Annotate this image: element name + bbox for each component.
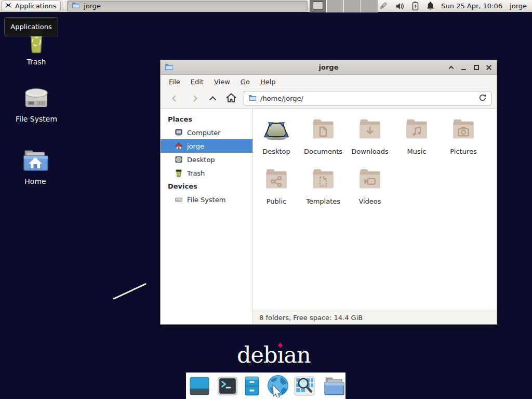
applications-tooltip-text: Applications xyxy=(10,23,51,31)
sidebar-item-label: Trash xyxy=(187,169,205,177)
desktop-icon-label: Trash xyxy=(27,58,46,66)
folder-item-documents[interactable]: Documents xyxy=(300,116,347,166)
folder-icon[interactable] xyxy=(323,376,345,396)
home-button[interactable] xyxy=(222,90,241,106)
sidebar-item-computer[interactable]: Computer xyxy=(161,126,252,139)
debian-logo-text: deb xyxy=(237,342,277,368)
devices-header: Devices xyxy=(161,180,252,193)
back-button[interactable] xyxy=(166,90,184,106)
up-button[interactable] xyxy=(203,90,222,106)
window-titlebar[interactable]: jorge xyxy=(161,60,497,75)
menu-edit[interactable]: Edit xyxy=(185,76,209,87)
workspace-2[interactable] xyxy=(327,0,344,12)
reload-icon[interactable] xyxy=(478,94,487,103)
debian-logo: debıan xyxy=(237,342,311,368)
workspace-window-preview xyxy=(313,2,323,9)
forward-button[interactable] xyxy=(184,90,203,106)
desktop-surface-icon xyxy=(263,116,290,144)
maximize-button[interactable] xyxy=(472,63,480,71)
desktop-icon-file-system[interactable]: File System xyxy=(8,85,65,123)
menu-view[interactable]: View xyxy=(209,76,235,87)
peripheral-icon[interactable] xyxy=(378,1,388,11)
folder-icon xyxy=(248,94,257,103)
shade-button[interactable] xyxy=(447,63,455,71)
folder-item-public[interactable]: Public xyxy=(253,166,300,216)
taskbar-window-button[interactable]: jorge xyxy=(67,1,308,11)
folder-item-label: Music xyxy=(407,148,427,155)
folder-icon xyxy=(72,2,80,10)
cursor-trail-line xyxy=(113,283,147,300)
file-cabinet-icon[interactable] xyxy=(242,376,262,396)
workspace-4[interactable] xyxy=(361,0,378,12)
folder-icon xyxy=(165,63,174,72)
folder-item-label: Desktop xyxy=(262,148,290,155)
folder-item-label: Templates xyxy=(306,197,340,205)
folder-item-videos[interactable]: Videos xyxy=(347,166,393,216)
show-desktop-icon[interactable] xyxy=(189,376,210,396)
computer-icon xyxy=(175,128,183,137)
places-sidebar: Places Computer xyxy=(161,109,253,324)
sidebar-item-label: File System xyxy=(187,196,225,204)
applications-menu-button[interactable]: Applications xyxy=(1,1,61,11)
folder-item-label: Pictures xyxy=(450,148,476,155)
desktop-icon-home[interactable]: Home xyxy=(7,148,64,185)
sidebar-item-label: jorge xyxy=(187,142,204,150)
folder-item-downloads[interactable]: Downloads xyxy=(347,116,393,166)
workspace-switcher xyxy=(310,0,378,12)
location-bar[interactable] xyxy=(244,91,491,105)
up-icon xyxy=(209,96,216,103)
notifications-bell-icon[interactable] xyxy=(426,1,435,11)
status-text: 8 folders, Free space: 14.4 GiB xyxy=(259,314,363,322)
hard-drive-icon xyxy=(175,195,183,204)
folder-item-pictures[interactable]: Pictures xyxy=(440,116,487,166)
hard-drive-icon xyxy=(22,85,51,113)
file-manager-window: jorge File Edit View Go Help xyxy=(160,60,497,325)
folder-item-label: Documents xyxy=(304,148,342,155)
workspace-3[interactable] xyxy=(344,0,361,12)
menu-help[interactable]: Help xyxy=(255,76,281,87)
volume-icon[interactable] xyxy=(395,2,405,11)
maximize-icon xyxy=(474,65,479,70)
app-finder-icon[interactable] xyxy=(294,376,315,396)
taskbar-window-label: jorge xyxy=(84,2,101,10)
panel-username[interactable]: jorge xyxy=(510,2,527,10)
sidebar-item-desktop[interactable]: Desktop xyxy=(161,153,252,166)
sidebar-item-file-system[interactable]: File System xyxy=(161,193,252,206)
dock xyxy=(186,373,345,399)
home-icon xyxy=(225,92,237,104)
minimize-button[interactable] xyxy=(460,63,468,71)
folder-item-label: Videos xyxy=(358,197,381,205)
templates-folder-icon xyxy=(310,166,337,194)
share-folder-icon xyxy=(263,166,290,194)
shade-icon xyxy=(449,66,454,71)
document-folder-icon xyxy=(310,116,337,144)
top-panel: Applications jorge xyxy=(0,0,532,13)
desktop-icon xyxy=(175,155,183,164)
panel-clock[interactable]: Sun 25 Apr, 10:06 xyxy=(441,2,502,10)
music-folder-icon xyxy=(403,116,430,144)
sidebar-item-jorge[interactable]: jorge xyxy=(161,139,252,153)
download-folder-icon xyxy=(356,116,383,144)
sidebar-item-trash[interactable]: Trash xyxy=(161,166,252,180)
menu-bar: File Edit View Go Help xyxy=(161,75,497,88)
terminal-icon[interactable] xyxy=(217,376,238,396)
status-bar: 8 folders, Free space: 14.4 GiB xyxy=(253,311,497,324)
files-view[interactable]: Desktop Documents xyxy=(253,109,497,311)
trash-icon xyxy=(175,169,183,177)
path-input[interactable] xyxy=(260,95,475,102)
battery-charging-icon[interactable] xyxy=(411,1,419,11)
menu-go[interactable]: Go xyxy=(235,76,255,87)
menu-file[interactable]: File xyxy=(164,76,185,87)
sidebar-item-label: Desktop xyxy=(187,156,215,164)
web-browser-icon[interactable] xyxy=(266,375,290,397)
window-title: jorge xyxy=(161,63,497,71)
folder-item-music[interactable]: Music xyxy=(393,116,440,166)
home-folder-icon xyxy=(21,148,50,175)
workspace-1[interactable] xyxy=(310,0,327,12)
close-button[interactable] xyxy=(485,63,493,71)
folder-item-desktop[interactable]: Desktop xyxy=(253,116,300,166)
panel-separator-handle xyxy=(62,2,65,10)
folder-item-label: Downloads xyxy=(351,148,388,155)
system-tray xyxy=(378,1,435,11)
folder-item-templates[interactable]: Templates xyxy=(300,166,347,216)
